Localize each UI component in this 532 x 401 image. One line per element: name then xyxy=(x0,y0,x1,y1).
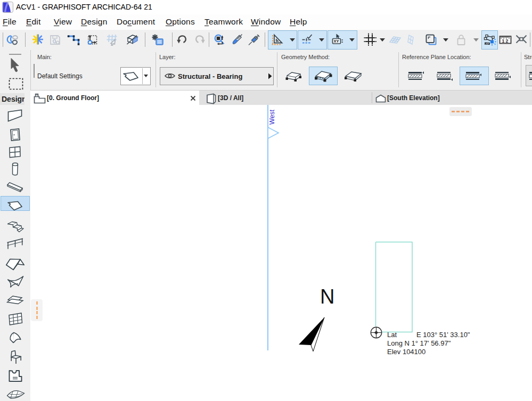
svg-text:1 2: 1 2 xyxy=(502,38,509,44)
svg-text:West: West xyxy=(268,109,276,125)
svg-text:XY: XY xyxy=(334,39,339,44)
